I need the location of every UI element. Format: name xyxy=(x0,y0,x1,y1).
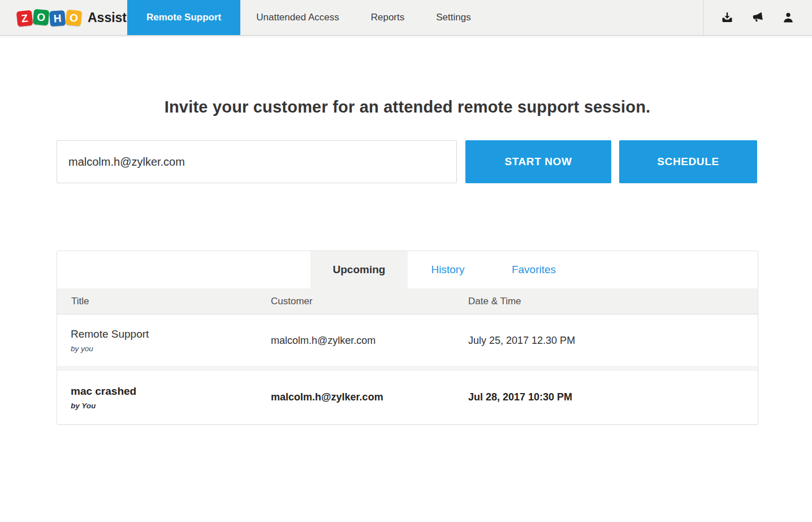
nav-tab-remote-support[interactable]: Remote Support xyxy=(127,0,240,35)
customer-email-input[interactable] xyxy=(57,140,457,183)
sessions-card: Upcoming History Favorites Title Custome… xyxy=(57,251,758,425)
logo-tile-h: H xyxy=(49,10,66,27)
user-icon[interactable] xyxy=(781,11,795,24)
sessions-table-header: Title Customer Date & Time xyxy=(57,288,758,314)
logo-tile-z: Z xyxy=(16,10,33,27)
column-header-title: Title xyxy=(57,296,271,307)
session-title-cell: mac crashed by You xyxy=(57,385,271,410)
start-now-button[interactable]: START NOW xyxy=(465,140,611,183)
tab-upcoming[interactable]: Upcoming xyxy=(310,251,408,288)
session-title-cell: Remote Support by you xyxy=(57,328,271,353)
session-owner: by You xyxy=(71,402,271,410)
column-header-datetime: Date & Time xyxy=(468,296,758,307)
session-customer: malcolm.h@zylker.com xyxy=(271,391,468,403)
announcement-icon[interactable] xyxy=(751,11,765,24)
invite-controls: START NOW SCHEDULE xyxy=(57,140,758,183)
nav-tab-settings[interactable]: Settings xyxy=(420,0,486,35)
column-header-customer: Customer xyxy=(271,296,468,307)
sessions-tabstrip: Upcoming History Favorites xyxy=(57,251,758,288)
session-row[interactable]: mac crashed by You malcolm.h@zylker.com … xyxy=(57,370,758,424)
nav-icon-group xyxy=(703,0,812,35)
session-customer: malcolm.h@zylker.com xyxy=(271,335,468,347)
tab-favorites[interactable]: Favorites xyxy=(488,251,580,288)
top-navigation-bar: Z O H O Assist Remote Support Unattended… xyxy=(0,0,812,36)
session-owner: by you xyxy=(71,344,271,353)
nav-tab-label: Reports xyxy=(371,12,405,23)
zoho-logo-tiles: Z O H O xyxy=(17,10,83,25)
nav-tab-label: Settings xyxy=(436,12,470,23)
session-row[interactable]: Remote Support by you malcolm.h@zylker.c… xyxy=(57,314,758,366)
session-title: mac crashed xyxy=(71,385,271,398)
nav-tab-unattended-access[interactable]: Unattended Access xyxy=(240,0,355,35)
invite-heading: Invite your customer for an attended rem… xyxy=(57,98,758,117)
logo-tile-o2: O xyxy=(66,9,83,26)
session-datetime: Jul 28, 2017 10:30 PM xyxy=(468,391,758,403)
tabstrip-spacer xyxy=(57,251,310,288)
schedule-button[interactable]: SCHEDULE xyxy=(619,140,757,183)
session-title: Remote Support xyxy=(71,328,271,340)
nav-tab-label: Unattended Access xyxy=(256,12,339,23)
main-content: Invite your customer for an attended rem… xyxy=(57,98,758,425)
nav-tab-reports[interactable]: Reports xyxy=(355,0,421,35)
tab-history[interactable]: History xyxy=(408,251,488,288)
nav-tab-label: Remote Support xyxy=(146,12,221,23)
nav-spacer xyxy=(487,0,703,35)
brand-name: Assist xyxy=(88,10,127,25)
download-icon[interactable] xyxy=(720,11,734,24)
zoho-assist-logo: Z O H O Assist xyxy=(0,0,127,35)
main-nav-tabs: Remote Support Unattended Access Reports… xyxy=(127,0,487,35)
session-datetime: July 25, 2017 12.30 PM xyxy=(468,335,758,347)
row-divider xyxy=(57,366,758,370)
logo-tile-o1: O xyxy=(33,8,49,25)
